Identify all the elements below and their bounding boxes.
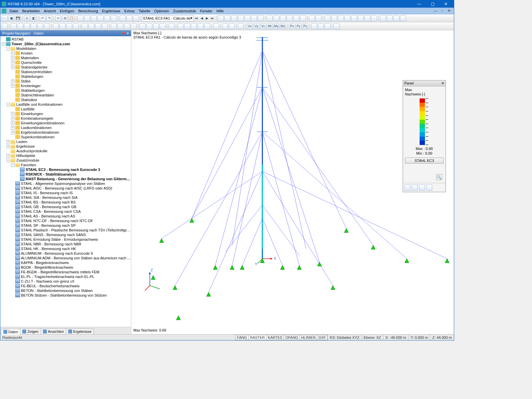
tb2-l[interactable] — [82, 23, 88, 29]
tb2-t[interactable] — [140, 23, 146, 29]
menu-zusatzmodule[interactable]: Zusatzmodule — [171, 8, 198, 14]
status-tab-raster[interactable]: RASTER — [248, 335, 267, 340]
tb2-p[interactable] — [111, 23, 117, 29]
tree-node[interactable]: Lastfälle — [1, 107, 131, 111]
tb2-ag[interactable] — [238, 23, 244, 29]
tb2-j[interactable] — [66, 23, 72, 29]
tree-node[interactable]: EL-PL - Tragsicherheitsnachweis nach EL-… — [1, 274, 131, 279]
menu-extras[interactable]: Extras — [122, 8, 137, 14]
tb-y[interactable] — [325, 15, 331, 21]
tb2-q[interactable] — [117, 23, 123, 29]
tb-q[interactable] — [267, 15, 273, 21]
status-tab-kartes[interactable]: KARTES — [266, 335, 284, 340]
tree-node[interactable]: RSKNICK - Stabilitätsanalyse — [1, 172, 131, 177]
tb-o[interactable] — [251, 15, 257, 21]
tree-node[interactable]: +Einwirkungskombinationen — [1, 121, 131, 125]
tb-e[interactable] — [104, 15, 110, 21]
close-button[interactable]: ✕ — [439, 0, 453, 8]
tree-node[interactable]: –Tower_100m_(C)lassereolica.com — [1, 42, 131, 46]
tb2-h[interactable] — [53, 23, 59, 29]
tree-node[interactable]: STAHL EC3 - Bemessung nach Eurocode 3 — [1, 167, 131, 172]
tree-node[interactable]: STAHL HK - Bemessung nach HK — [1, 246, 131, 251]
tree-node[interactable]: Ausdruckprotokolle — [1, 149, 131, 153]
tb2-ah[interactable]: Vx — [247, 23, 253, 29]
tb2-ai[interactable]: Vy — [253, 23, 259, 29]
tree-node[interactable]: KAPPA - Biegeknicknachweis — [1, 260, 131, 265]
tb2-an[interactable]: Px — [289, 23, 295, 29]
tb2-ac[interactable] — [204, 23, 210, 29]
menu-optionen[interactable]: Optionen — [152, 8, 171, 14]
tb2-ae[interactable] — [222, 23, 228, 29]
tb-z[interactable] — [331, 15, 337, 21]
tb2-ar[interactable] — [318, 23, 324, 29]
tb2-aj[interactable]: Vz — [260, 23, 266, 29]
nav-tab-ansichten[interactable]: Ansichten — [41, 329, 66, 334]
tb-ac[interactable] — [351, 15, 357, 21]
tree-node[interactable]: +Kombinationsregeln — [1, 116, 131, 121]
tb-u[interactable] — [293, 15, 299, 21]
tree-node[interactable]: ALUMINIUM ADM - Bemessung von Stäben aus… — [1, 256, 131, 260]
tb2-k[interactable] — [73, 23, 79, 29]
menu-tabelle[interactable]: Tabelle — [137, 8, 152, 14]
tb2-n[interactable] — [95, 23, 101, 29]
tb2-ak[interactable]: Mt — [267, 23, 273, 29]
loadcase-combo[interactable]: STAHL EC3 FA1 - Cálculo de▾ — [142, 15, 194, 21]
tree-node[interactable]: ALUMINIUM - Bemessung nach Eurocode 9 — [1, 251, 131, 256]
tree-node[interactable]: STAHL AS - Bemessung nach AS — [1, 214, 131, 218]
status-tab-ofang[interactable]: OFANG — [284, 335, 300, 340]
tb-n[interactable] — [244, 15, 250, 21]
tree-node[interactable]: –Favoriten — [1, 163, 131, 167]
tree-node[interactable]: Stabexzentrizitäten — [1, 69, 131, 74]
tb2-aa[interactable] — [191, 23, 197, 29]
tree-node[interactable]: Stabnichtlinearitäten — [1, 93, 131, 97]
tree-node[interactable]: STAHL CSA - Bemessung nach CSA — [1, 209, 131, 214]
tree-node[interactable]: –Lastfälle und Kombinationen — [1, 102, 131, 107]
tb-k[interactable] — [224, 15, 230, 21]
3d-viewport[interactable]: Max Nachweis [-] STAHL EC3 FA1 - Cálculo… — [131, 30, 454, 334]
tree-node[interactable]: +Ergebnisse — [1, 144, 131, 149]
tb-ae[interactable] — [364, 15, 370, 21]
status-tab-fang[interactable]: FANG — [235, 335, 249, 340]
tree-node[interactable]: FE-BGDK - Biegedrillknicknachweis mittel… — [1, 270, 131, 274]
tree-node[interactable]: STAHL SIA - Bemessung nach SIA — [1, 195, 131, 200]
nav-tab-daten[interactable]: Daten — [1, 329, 20, 334]
tb2-e[interactable] — [31, 23, 37, 29]
tree-node[interactable]: C-ZU-T - Nachweis von grenz c/t — [1, 279, 131, 284]
tb2-am[interactable]: Mz — [280, 23, 286, 29]
tb2-as[interactable] — [325, 23, 331, 29]
tree-node[interactable]: Superkombinationen — [1, 135, 131, 139]
tb-copy[interactable]: ⧉ — [62, 15, 68, 21]
panel-title-bar[interactable]: Panel ✕ — [403, 80, 446, 86]
tree-node[interactable]: STAHL GB - Bemessung nach GB — [1, 204, 131, 209]
tree-node[interactable]: STAHL NTC-DF - Bemessung nach NTC-DF — [1, 218, 131, 223]
tree-node[interactable]: +Hilfsobjekte — [1, 153, 131, 158]
tb-f[interactable] — [111, 15, 117, 21]
tb-aj[interactable] — [400, 15, 406, 21]
tree-node[interactable]: +Einwirkungen — [1, 111, 131, 116]
tb-h[interactable] — [126, 15, 132, 21]
tb2-w[interactable] — [160, 23, 166, 29]
panel-close-icon[interactable]: ✕ — [441, 81, 444, 85]
tb2-s[interactable] — [131, 23, 137, 29]
tb-redo[interactable]: ↷ — [46, 15, 52, 21]
tree-node[interactable]: +Knoten — [1, 51, 131, 56]
tb-i[interactable] — [133, 15, 139, 21]
tree-node[interactable]: Stabsätze — [1, 97, 131, 102]
status-tab-hlinien[interactable]: HLINIEN — [300, 335, 317, 340]
menu-ergebnisse[interactable]: Ergebnisse — [100, 8, 122, 14]
tb-b[interactable] — [84, 15, 90, 21]
tree-node[interactable]: STAHL Ermüdung Stäbe - Ermüdungsnachweis — [1, 237, 131, 242]
tb-d[interactable] — [97, 15, 103, 21]
tree-node[interactable]: MAST Belastung - Generierung der Belastu… — [1, 177, 131, 181]
status-tab-dxf[interactable]: DXF — [317, 335, 328, 340]
tb-last[interactable]: ⏭ — [210, 15, 215, 21]
tb-first[interactable]: ⏮ — [194, 15, 199, 21]
tb-aa[interactable] — [338, 15, 344, 21]
tb-p[interactable] — [258, 15, 264, 21]
menu-bearbeiten[interactable]: Bearbeiten — [20, 8, 42, 14]
tb-r[interactable] — [273, 15, 279, 21]
tb-ag[interactable] — [380, 15, 386, 21]
tb2-ad[interactable] — [213, 23, 219, 29]
tb2-af[interactable] — [229, 23, 235, 29]
tb2-ap[interactable]: Pz — [302, 23, 308, 29]
